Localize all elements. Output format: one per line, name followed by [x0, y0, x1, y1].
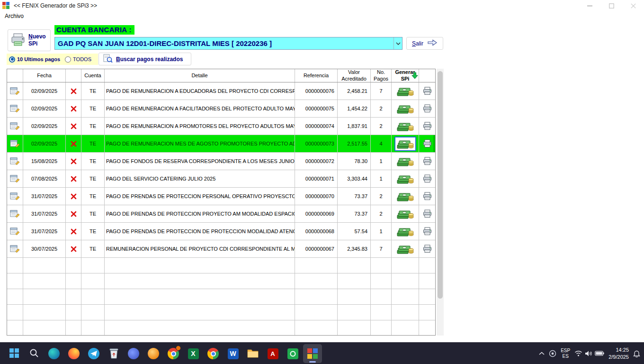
taskbar-app-file-explorer[interactable] [243, 344, 262, 363]
table-scrollbar[interactable] [437, 69, 444, 336]
taskbar-app-blue[interactable] [124, 344, 143, 363]
print-payment-button[interactable] [423, 174, 432, 183]
acrobat-icon: A [268, 348, 278, 359]
delete-payment-button[interactable] [71, 106, 77, 112]
clock[interactable]: 14:25 2/9/2025 [608, 346, 629, 360]
taskbar-search-button[interactable] [25, 344, 44, 363]
delete-payment-button[interactable] [71, 211, 77, 217]
detalle-cell: PAGO DEL SERVICIO CATERING JULIO 2025 [105, 170, 295, 187]
taskbar-app-word[interactable]: W [224, 344, 242, 363]
referencia-cell: 0000000071 [295, 170, 338, 187]
maximize-button[interactable] [600, 0, 622, 11]
print-payment-button[interactable] [423, 87, 432, 95]
delete-payment-button[interactable] [71, 176, 77, 182]
taskbar-app-telegram[interactable] [84, 344, 103, 363]
taskbar-app-chrome[interactable] [164, 344, 183, 363]
notification-icon[interactable] [633, 350, 640, 357]
table-header: Fecha Cuenta Detalle Referencia ValorAcr… [7, 69, 435, 82]
taskbar-app-firefox[interactable] [64, 344, 83, 363]
delete-payment-button[interactable] [71, 158, 77, 164]
menu-archivo[interactable]: Archivo [5, 11, 24, 21]
referencia-cell [295, 289, 338, 304]
menubar: Archivo [0, 11, 644, 21]
generar-spi-button[interactable] [394, 154, 416, 169]
header-fecha[interactable]: Fecha [23, 69, 66, 82]
radio-todos[interactable]: TODOS [65, 56, 91, 63]
print-payment-button[interactable] [423, 245, 432, 253]
delete-cell [66, 118, 81, 135]
edit-payment-button[interactable] [10, 174, 20, 183]
print-payment-button[interactable] [423, 122, 432, 130]
no-pagos-cell: 1 [371, 153, 392, 170]
chevron-down-icon[interactable] [394, 37, 402, 49]
tray-chevron-up-icon[interactable] [539, 352, 545, 355]
print-payment-button[interactable] [423, 209, 432, 218]
taskbar-app-recycle-bin[interactable] [104, 344, 123, 363]
header-generar-spi[interactable]: GenerarSPi [392, 69, 419, 82]
delete-payment-button[interactable] [71, 193, 77, 200]
taskbar-app-edge[interactable] [45, 344, 63, 363]
delete-payment-button[interactable] [71, 141, 77, 147]
edit-payment-button[interactable] [10, 122, 20, 131]
header-referencia[interactable]: Referencia [295, 69, 338, 82]
volume-icon[interactable] [585, 350, 592, 357]
edit-payment-button[interactable] [10, 139, 20, 148]
generar-spi-button[interactable] [394, 242, 416, 256]
referencia-cell [295, 273, 338, 289]
cuenta-cell: TE [81, 205, 105, 222]
header-valor-acreditado[interactable]: ValorAcreditado [338, 69, 371, 82]
start-button[interactable] [5, 344, 24, 363]
delete-payment-button[interactable] [71, 88, 77, 94]
delete-payment-button[interactable] [71, 123, 77, 129]
edit-payment-button[interactable] [10, 227, 20, 236]
taskbar-app-green[interactable] [283, 344, 302, 363]
wifi-icon[interactable] [574, 350, 582, 356]
taskbar-app-excel[interactable]: X [184, 344, 203, 363]
generar-spi-cell [392, 305, 419, 320]
edit-payment-button[interactable] [10, 245, 20, 254]
edit-cell [7, 188, 23, 205]
edit-payment-button[interactable] [10, 87, 20, 96]
tray-app-icon[interactable] [549, 350, 556, 357]
taskbar-app-candy[interactable] [144, 344, 163, 363]
generar-spi-button[interactable] [394, 84, 416, 99]
generar-spi-button[interactable] [394, 189, 416, 204]
taskbar-app-chrome-profile[interactable] [204, 344, 223, 363]
minimize-button[interactable] [579, 0, 600, 11]
generar-spi-button[interactable] [394, 136, 416, 151]
generar-spi-button[interactable] [394, 172, 416, 186]
print-payment-button[interactable] [423, 139, 432, 148]
print-payment-button[interactable] [423, 227, 432, 236]
nuevo-spi-button[interactable]: Nuevo SPi [8, 29, 51, 51]
edit-cell [7, 240, 23, 257]
header-detalle[interactable]: Detalle [105, 69, 295, 82]
system-icons [574, 350, 604, 357]
salir-button[interactable]: Salir [406, 37, 443, 50]
delete-payment-button[interactable] [71, 228, 77, 235]
edit-payment-button[interactable] [10, 209, 20, 218]
close-button[interactable] [622, 0, 644, 11]
language-indicator[interactable]: ESP ES [561, 348, 570, 359]
battery-icon[interactable] [595, 351, 604, 356]
generar-spi-button[interactable] [394, 207, 416, 221]
edit-payment-button[interactable] [10, 192, 20, 201]
account-dropdown[interactable]: GAD PQ SAN JUAN 12D01-DIREC-DISTRITAL MI… [54, 37, 402, 50]
buscar-pagos-button[interactable]: Buscar pagos realizados [98, 53, 191, 65]
header-cuenta[interactable]: Cuenta [81, 69, 105, 82]
candy-app-icon [148, 348, 159, 359]
generar-spi-button[interactable] [394, 101, 416, 116]
print-payment-button[interactable] [423, 104, 432, 113]
generar-spi-button[interactable] [394, 119, 416, 134]
generar-spi-button[interactable] [394, 224, 416, 239]
print-payment-button[interactable] [423, 157, 432, 165]
radio-10-ultimos-pagos[interactable]: 10 Ultimos pagos [9, 56, 60, 63]
scrollbar-thumb[interactable] [438, 71, 443, 299]
taskbar-app-fenix[interactable] [303, 344, 322, 363]
header-no-pagos[interactable]: No.Pagos [371, 69, 392, 82]
edit-cell [7, 205, 23, 222]
delete-payment-button[interactable] [71, 246, 77, 252]
edit-payment-button[interactable] [10, 104, 20, 113]
print-payment-button[interactable] [423, 192, 432, 200]
edit-payment-button[interactable] [10, 157, 20, 166]
taskbar-app-acrobat[interactable]: A [263, 344, 282, 363]
